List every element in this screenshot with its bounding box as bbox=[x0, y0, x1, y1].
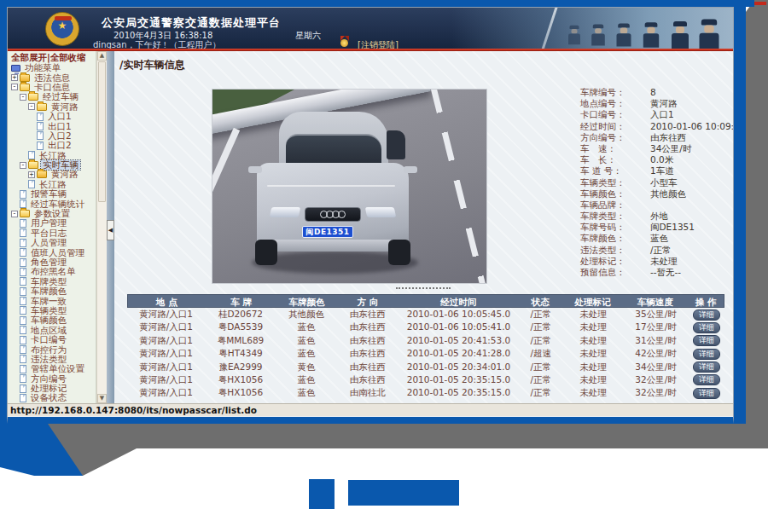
folder-open-icon bbox=[20, 210, 30, 217]
file-icon bbox=[20, 258, 26, 267]
collapse-box-icon[interactable]: - bbox=[28, 103, 35, 110]
tree-item-人员管理[interactable]: 人员管理 bbox=[8, 238, 96, 247]
collapse-box-icon[interactable]: - bbox=[20, 162, 26, 169]
detail-button[interactable]: 详细 bbox=[693, 322, 720, 333]
tree-item-布控黑名单[interactable]: 布控黑名单 bbox=[8, 267, 96, 276]
collapse-box-icon[interactable]: - bbox=[11, 211, 18, 217]
tree-item-用户管理[interactable]: 用户管理 bbox=[8, 218, 96, 228]
table-row[interactable]: 黄河路/入口1粤HX1056蓝色由东往西2010-01-05 20:35:15.… bbox=[127, 373, 724, 386]
tree-item-label[interactable]: 长江路 bbox=[38, 180, 68, 189]
tree-item-label[interactable]: 人员管理 bbox=[29, 238, 68, 247]
tree-item-label[interactable]: 车辆类型 bbox=[29, 306, 68, 315]
tree-item-黄河路[interactable]: +黄河路 bbox=[8, 170, 96, 179]
tree-item-label[interactable]: 违法信息 bbox=[32, 73, 72, 83]
police-officer-figure bbox=[568, 26, 580, 44]
tree-item-label[interactable]: 经过车辆统计 bbox=[29, 200, 86, 209]
tree-item-label[interactable]: 功能菜单 bbox=[23, 63, 62, 72]
tree-item-label[interactable]: 管辖单位设置 bbox=[29, 364, 86, 373]
tree-item-label[interactable]: 参数设置 bbox=[32, 209, 72, 218]
tree-item-布控行为[interactable]: 布控行为 bbox=[8, 344, 96, 354]
tree-item-label[interactable]: 角色管理 bbox=[29, 257, 68, 267]
tree-item-卡口编号[interactable]: 卡口编号 bbox=[8, 335, 96, 344]
app-window: ★ 公安局交通警察交通数据处理平台 2010年4月3日 16:38:18 星期六… bbox=[7, 7, 734, 424]
police-officer-figure bbox=[617, 23, 631, 46]
detail-row: 车牌号码：闽DE1351 bbox=[580, 222, 733, 233]
tree-item-车牌颜色[interactable]: 车牌颜色 bbox=[8, 286, 96, 296]
police-officer-figure bbox=[700, 20, 719, 49]
table-row[interactable]: 黄河路/入口1粤HX1056蓝色由南往北2010-01-05 20:35:15.… bbox=[127, 386, 724, 399]
medal-icon bbox=[340, 36, 349, 47]
tree-item-出口2[interactable]: 出口2 bbox=[8, 141, 96, 150]
folder-icon bbox=[37, 171, 47, 178]
expand-box-icon[interactable]: + bbox=[11, 74, 18, 81]
tree-item-label[interactable]: 布控黑名单 bbox=[29, 267, 78, 276]
table-row[interactable]: 黄河路/入口1粤MML689蓝色由东往西2010-01-05 20:41:53.… bbox=[127, 334, 724, 347]
tree-item-label[interactable]: 地点区域 bbox=[29, 326, 68, 335]
tree-item-label[interactable]: 违法类型 bbox=[29, 355, 68, 364]
detail-row: 预留信息：--暂无-- bbox=[580, 267, 733, 278]
collapse-box-icon[interactable]: - bbox=[11, 84, 18, 90]
scrollbar-thumb[interactable] bbox=[98, 61, 106, 202]
logout-link[interactable]: [注销登陆] bbox=[358, 39, 399, 49]
tree-item-label[interactable]: 卡口编号 bbox=[29, 335, 68, 344]
tree-item-label[interactable]: 报警车辆 bbox=[29, 189, 68, 199]
tree-expand-collapse-links: 全部展开|全部收缩 bbox=[8, 51, 96, 63]
collapse-box-icon[interactable]: - bbox=[20, 94, 26, 101]
tree-item-label[interactable]: 平台日志 bbox=[29, 228, 68, 238]
detail-label: 处理标记： bbox=[580, 256, 642, 267]
splitter-collapse-handle[interactable]: ◀ bbox=[107, 220, 114, 240]
detail-button[interactable]: 详细 bbox=[693, 335, 720, 346]
tree-item-label[interactable]: 黄河路 bbox=[49, 102, 80, 112]
tree-item-label[interactable]: 方向编号 bbox=[29, 374, 68, 384]
detail-value: 0.0米 bbox=[650, 154, 673, 165]
tree-item-label[interactable]: 实时车辆 bbox=[41, 160, 80, 170]
tree-item-label[interactable]: 设备状态 bbox=[29, 393, 68, 402]
tree-item-label[interactable]: 车牌颜色 bbox=[29, 286, 68, 296]
tree-item-入口1[interactable]: 入口1 bbox=[8, 112, 96, 121]
tree-item-管辖单位设置[interactable]: 管辖单位设置 bbox=[8, 364, 96, 373]
detail-label: 车辆颜色： bbox=[580, 188, 642, 200]
tree-item-label[interactable]: 用户管理 bbox=[29, 218, 68, 228]
tree-item-车辆颜色[interactable]: 车辆颜色 bbox=[8, 315, 96, 325]
detail-button[interactable]: 详细 bbox=[693, 361, 720, 373]
detail-button[interactable]: 详细 bbox=[693, 309, 720, 321]
detail-row: 处理标记：未处理 bbox=[580, 256, 733, 267]
panel-splitter[interactable]: ◀ bbox=[107, 51, 114, 403]
tree-item-label[interactable]: 长江路 bbox=[38, 151, 68, 160]
tree-item-label[interactable]: 经过车辆 bbox=[41, 92, 80, 101]
table-row[interactable]: 黄河路/入口1粤HT4349蓝色由东往西2010-01-05 20:41:28.… bbox=[127, 347, 724, 360]
tree-item-label[interactable]: 出口2 bbox=[46, 141, 73, 150]
expand-box-icon[interactable]: + bbox=[28, 171, 35, 178]
tree-item-经过车辆[interactable]: -经过车辆 bbox=[8, 92, 96, 101]
dotted-separator bbox=[396, 287, 451, 289]
tree-item-label[interactable]: 入口1 bbox=[46, 112, 73, 121]
detail-button[interactable]: 详细 bbox=[693, 349, 720, 360]
tree-item-label[interactable]: 出口1 bbox=[46, 122, 73, 131]
tree-item-label[interactable]: 车牌类型 bbox=[29, 277, 68, 286]
tree-item-label[interactable]: 车辆颜色 bbox=[29, 315, 68, 325]
tree-item-报警车辆[interactable]: 报警车辆 bbox=[8, 189, 96, 199]
table-cell: 2010-01-06 10:05:41.0 bbox=[399, 321, 519, 333]
scroll-down-arrow-icon[interactable]: ▼ bbox=[97, 394, 107, 403]
detail-button[interactable]: 详细 bbox=[693, 374, 720, 385]
table-row[interactable]: 黄河路/入口1粤DA5539蓝色由东往西2010-01-06 10:05:41.… bbox=[127, 321, 724, 333]
scrollbar-track[interactable] bbox=[97, 203, 107, 394]
detail-button[interactable]: 详细 bbox=[693, 388, 720, 399]
tree-item-label[interactable]: 入口2 bbox=[46, 131, 73, 141]
tree-item-label[interactable]: 值班人员管理 bbox=[29, 248, 86, 257]
tree-item-label[interactable]: 黄河路 bbox=[49, 170, 80, 179]
table-cell-action: 详细 bbox=[689, 308, 724, 321]
expand-all-link[interactable]: 全部展开 bbox=[11, 52, 47, 62]
table-cell-action: 详细 bbox=[689, 347, 724, 360]
table-row[interactable]: 黄河路/入口1桂D20672其他颜色由东往西2010-01-06 10:05:4… bbox=[127, 308, 724, 321]
collapse-all-link[interactable]: 全部收缩 bbox=[50, 52, 86, 62]
tree-item-label[interactable]: 车牌一致 bbox=[29, 297, 68, 306]
tree-item-label[interactable]: 布控行为 bbox=[29, 345, 68, 355]
tree-item-label[interactable]: 卡口信息 bbox=[32, 83, 72, 92]
sidebar-scrollbar[interactable]: ▲ ▼ bbox=[96, 51, 107, 403]
police-officer-figure bbox=[643, 22, 659, 47]
tree-item-设备状态[interactable]: 设备状态 bbox=[8, 393, 96, 402]
tree-item-label[interactable]: 处理标记 bbox=[29, 384, 68, 393]
scroll-up-arrow-icon[interactable]: ▲ bbox=[97, 51, 107, 61]
table-row[interactable]: 黄河路/入口1豫EA2999黄色由东往西2010-01-05 20:34:01.… bbox=[127, 361, 724, 373]
